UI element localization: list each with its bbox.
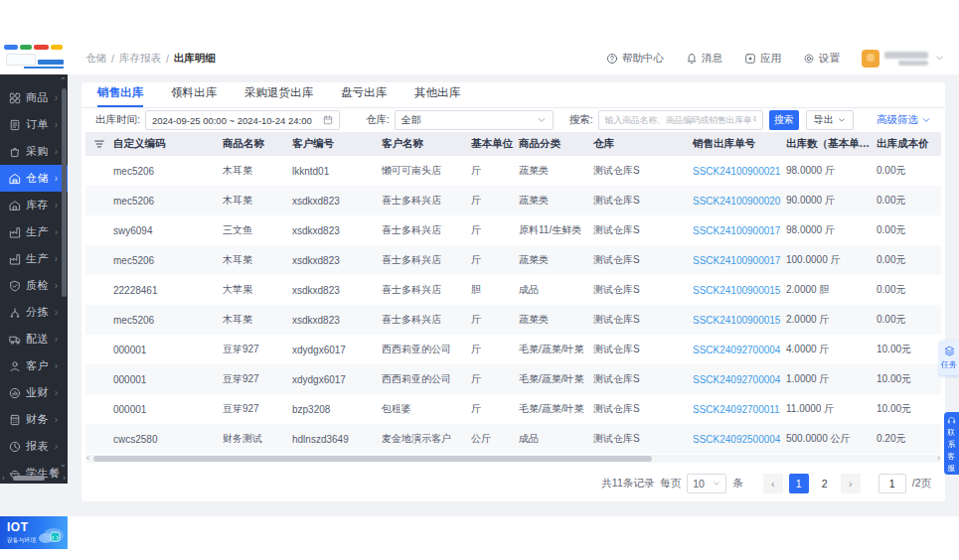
table-row: mec5206木耳菜lkkntd01懒可可南头店斤蔬菜类测试仓库SSSCK241… [85, 156, 941, 186]
page-numbers: 12 [789, 474, 835, 493]
scrollbar-thumb[interactable] [62, 88, 67, 297]
sidebar-item[interactable]: 报表› [0, 433, 68, 460]
scrollbar-thumb[interactable] [13, 476, 45, 481]
cell-qty: 2.0000 胆 [782, 283, 873, 297]
column-settings-icon[interactable] [93, 138, 105, 150]
cell-order-no[interactable]: SSCK24100900015 [689, 285, 782, 296]
apps-icon [744, 53, 756, 65]
cell-unit: 斤 [467, 313, 515, 327]
sidebar-vertical-scrollbar[interactable]: ⌃ ⌄ [62, 78, 67, 468]
cell-customer-code: bzp3208 [288, 404, 378, 415]
support-float-button[interactable]: 联系客服 [944, 412, 959, 475]
cell-order-no[interactable]: SSCK24092700004 [689, 345, 782, 355]
scrollbar-thumb[interactable] [93, 456, 652, 462]
tasks-float-button[interactable]: 任务 [939, 341, 959, 375]
cell-qty: 98.0000 斤 [782, 223, 873, 237]
advanced-filter-toggle[interactable]: 高级筛选 [877, 113, 931, 127]
sidebar-item[interactable]: 客户› [0, 352, 68, 379]
next-page-button[interactable]: › [841, 474, 861, 493]
chevron-right-icon: › [55, 226, 58, 237]
table-horizontal-scrollbar[interactable]: ‹ › [85, 455, 941, 463]
row-handle [93, 373, 105, 385]
sidebar-item[interactable]: 采购› [0, 138, 68, 165]
sidebar-nav: 商品›订单›采购›仓储›库存›生产›生产›质检›分拣›配送›客户›业财›财务›报… [0, 84, 68, 487]
warehouse-select[interactable]: 全部 [395, 110, 554, 130]
avatar[interactable] [862, 50, 879, 68]
logo-bar-blue [4, 45, 18, 50]
tab[interactable]: 领料出库 [171, 85, 217, 107]
sidebar-item[interactable]: 质检› [0, 272, 68, 299]
order-icon [9, 119, 21, 131]
search-button[interactable]: 搜索 [769, 110, 799, 130]
warehouse-filter-label: 仓库: [366, 113, 390, 127]
chevron-down-icon [713, 480, 720, 488]
sidebar-item-label: 采购 [26, 144, 49, 159]
page-number-button[interactable]: 1 [789, 474, 809, 493]
cell-unit: 斤 [467, 253, 515, 267]
scroll-up-icon[interactable]: ⌃ [60, 78, 67, 84]
prev-page-button[interactable]: ‹ [763, 474, 783, 493]
row-handle [93, 344, 105, 355]
sidebar-item[interactable]: 配送› [0, 326, 68, 352]
sidebar-item-label: 配送 [26, 332, 49, 347]
chevron-down-icon[interactable] [935, 54, 944, 63]
header-menu-item[interactable]: 消息 [686, 52, 722, 66]
report-icon [9, 441, 21, 453]
header-right: 帮助中心消息应用设置 [606, 42, 944, 74]
sidebar-item[interactable]: 业财› [0, 379, 68, 406]
sidebar-horizontal-scrollbar[interactable]: ‹ › [0, 475, 68, 482]
cell-warehouse: 测试仓库S [589, 283, 689, 297]
header-menu-item[interactable]: 应用 [744, 52, 781, 66]
scroll-left-icon[interactable]: ‹ [86, 453, 89, 463]
sidebar-item[interactable]: 库存› [0, 192, 68, 218]
cell-order-no[interactable]: SSCK24092700004 [689, 374, 782, 385]
sidebar-item[interactable]: 学生餐› [0, 460, 68, 487]
cell-order-no[interactable]: SSCK24100900021 [689, 166, 782, 177]
breadcrumb-item[interactable]: 库存报表 [119, 52, 161, 66]
cell-order-no[interactable]: SSCK24100900017 [689, 255, 782, 266]
cell-order-no[interactable]: SSCK24100900017 [689, 225, 782, 236]
cell-order-no[interactable]: SSCK24100900020 [689, 196, 782, 207]
page-number-button[interactable]: 2 [815, 474, 835, 493]
sidebar-item[interactable]: 订单› [0, 111, 68, 138]
search-input[interactable] [598, 110, 763, 130]
sidebar-item[interactable]: 生产› [0, 218, 68, 245]
purchase-icon [9, 146, 21, 158]
scroll-left-icon[interactable]: ‹ [2, 474, 5, 483]
sidebar-item-label: 客户 [26, 358, 49, 373]
cell-order-no[interactable]: SSCK24092700011 [689, 404, 782, 415]
cell-warehouse: 测试仓库S [589, 402, 689, 416]
cell-order-no[interactable]: SSCK24092500004 [689, 434, 782, 445]
page-jump-input[interactable] [879, 474, 906, 493]
column-header: 出库成本价 [873, 137, 941, 151]
date-range-input[interactable]: 2024-09-25 00:00 ~ 2024-10-24 24:00 [145, 110, 340, 130]
tab[interactable]: 销售出库 [97, 85, 143, 107]
sidebar-item[interactable]: 商品› [0, 84, 68, 111]
sidebar-item[interactable]: 财务› [0, 406, 68, 433]
page-size-select[interactable]: 10 [687, 474, 726, 493]
time-filter-label: 出库时间: [95, 113, 140, 127]
cell-qty: 90.0000 斤 [782, 194, 873, 208]
account-menu[interactable] [862, 50, 944, 68]
tab[interactable]: 盘亏出库 [341, 85, 387, 107]
support-label-char: 系 [948, 440, 956, 450]
scroll-right-icon[interactable]: › [63, 474, 66, 483]
sidebar-item[interactable]: 生产› [0, 245, 68, 272]
tab[interactable]: 采购退货出库 [244, 85, 313, 107]
breadcrumb-separator: / [166, 53, 169, 65]
iot-widget[interactable]: IOT 设备与环境 [0, 516, 68, 549]
header-menu-item[interactable]: 帮助中心 [606, 52, 664, 66]
header-menu-item[interactable]: 设置 [803, 52, 840, 66]
table-row: 22228461大苹果xsdkxd823喜士多科兴店胆成品测试仓库SSSCK24… [85, 275, 941, 305]
tab[interactable]: 其他出库 [414, 85, 460, 107]
export-button[interactable]: 导出 [806, 110, 854, 130]
sidebar-item-label: 质检 [26, 278, 49, 293]
table-row: mec5206木耳菜xsdkxd823喜士多科兴店斤蔬菜类测试仓库SSSCK24… [85, 305, 941, 335]
sidebar-item[interactable]: 分拣› [0, 299, 68, 326]
scroll-down-icon[interactable]: ⌄ [60, 462, 67, 468]
cell-order-no[interactable]: SSCK24100900015 [689, 315, 782, 326]
breadcrumb-separator: / [111, 53, 114, 65]
scroll-right-icon[interactable]: › [937, 453, 940, 463]
sidebar-item[interactable]: 仓储› [0, 165, 68, 192]
breadcrumb-item[interactable]: 仓储 [85, 52, 106, 66]
